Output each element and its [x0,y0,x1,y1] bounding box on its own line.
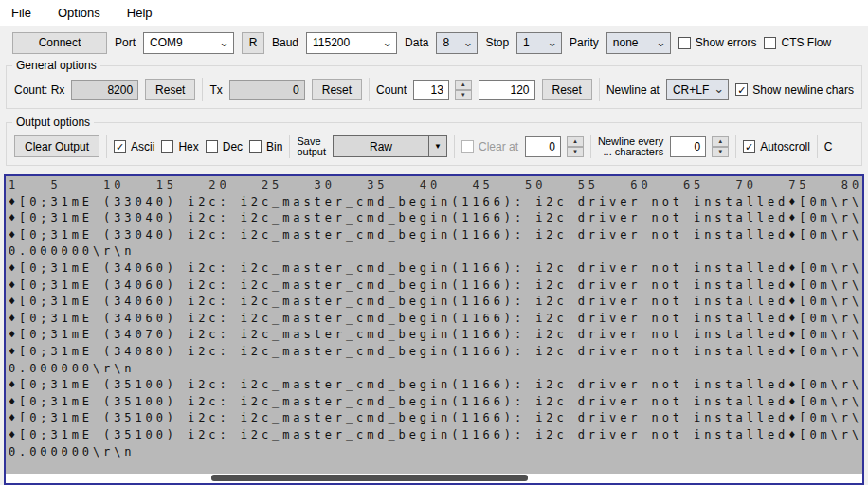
newline-at-label: Newline at [606,83,660,97]
separator [106,135,107,158]
port-value: COM9 [150,36,183,49]
terminal-line: ♦[0;31mE (33040) i2c: i2c_master_cmd_beg… [9,194,862,211]
baud-value: 115200 [313,36,350,49]
terminal-line: ♦[0;31mE (34060) i2c: i2c_master_cmd_beg… [9,311,862,328]
count-spinner [455,80,472,100]
tx-reset-button[interactable]: Reset [312,79,362,100]
terminal-line: 0.000000\r\n [9,361,862,378]
port-label: Port [115,36,136,49]
save-output-label: Save output [297,136,326,157]
connection-toolbar: Connect Port COM9 R Baud 115200 Data 8 S… [0,26,868,60]
general-options-title: General options [12,59,100,72]
dec-checkbox[interactable]: Dec [206,140,243,153]
tx-label: Tx [209,83,222,97]
chevron-down-icon [714,81,724,96]
output-options-group: Output options Clear Output Ascii Hex De… [6,122,862,166]
terminal-line: ♦[0;31mE (35100) i2c: i2c_master_cmd_beg… [9,410,862,427]
checkbox-box [206,140,218,153]
chevron-down-icon [219,35,229,49]
ascii-label: Ascii [131,140,154,153]
tx-count-field: 0 [229,80,305,100]
spin-down-icon[interactable] [567,147,584,157]
rx-count-field: 8200 [71,80,138,100]
chevron-down-icon [656,35,666,49]
bin-checkbox[interactable]: Bin [249,140,282,153]
hterm-window: File Options Help Connect Port COM9 R Ba… [0,0,868,485]
newline-at-select[interactable]: CR+LF [666,79,729,100]
clear-at-input[interactable]: 0 [525,136,561,157]
clear-at-spinner [567,136,584,157]
ascii-checkbox[interactable]: Ascii [114,140,154,153]
count-total-field[interactable]: 120 [479,80,535,100]
terminal-lines: 1 5 10 15 20 25 30 35 40 45 50 55 60 65 … [6,176,862,474]
newline-every-input[interactable]: 0 [670,136,706,157]
newline-every-label: Newline every ... characters [598,136,663,157]
parity-value: none [613,36,639,49]
menu-file[interactable]: File [9,4,33,22]
separator [599,78,600,101]
show-errors-label: Show errors [696,36,757,49]
separator [590,135,591,158]
scrollbar-thumb[interactable] [211,475,528,481]
spin-up-icon[interactable] [712,136,729,147]
rx-reset-button[interactable]: Reset [145,79,195,100]
spin-up-icon[interactable] [567,136,584,147]
clear-at-checkbox[interactable]: Clear at [461,140,518,153]
cutoff-control-label: C [824,140,833,153]
count-rx-label: Count: Rx [14,83,64,97]
newline-every-spinner [712,136,729,157]
terminal-line: ♦[0;31mE (35100) i2c: i2c_master_cmd_beg… [9,377,862,394]
menu-options[interactable]: Options [56,4,102,22]
checkbox-box [735,83,748,96]
refresh-ports-button[interactable]: R [242,32,264,54]
spin-down-icon[interactable] [712,147,729,157]
autoscroll-label: Autoscroll [760,140,810,153]
data-bits-value: 8 [443,36,449,49]
show-newline-chars-label: Show newline chars [752,83,854,97]
stop-bits-value: 1 [523,36,530,49]
checkbox-box [678,37,691,49]
autoscroll-checkbox[interactable]: Autoscroll [743,140,810,153]
general-options-row: Count: Rx 8200 Reset Tx 0 Reset Count 13… [14,78,854,101]
spin-down-icon[interactable] [455,90,472,100]
terminal-line: ♦[0;31mE (33040) i2c: i2c_master_cmd_beg… [9,210,862,227]
count-reset-button[interactable]: Reset [542,79,592,100]
stop-bits-select[interactable]: 1 [516,32,562,54]
clear-output-button[interactable]: Clear Output [14,135,99,157]
show-errors-checkbox[interactable]: Show errors [678,36,757,49]
data-bits-select[interactable]: 8 [436,32,478,54]
count-label: Count [376,83,407,97]
terminal-line: ♦[0;31mE (34070) i2c: i2c_master_cmd_beg… [9,327,862,344]
baud-select[interactable]: 115200 [306,32,397,54]
menu-help[interactable]: Help [125,4,154,22]
show-newline-chars-checkbox[interactable]: Show newline chars [735,83,854,97]
save-output-select[interactable]: Raw [333,135,447,157]
cts-flow-checkbox[interactable]: CTS Flow [764,36,831,49]
terminal-output-area[interactable]: 1 5 10 15 20 25 30 35 40 45 50 55 60 65 … [4,174,864,485]
checkbox-box [249,140,262,153]
newline-every-label-line2: ... characters [604,146,664,157]
newline-at-value: CR+LF [673,83,709,97]
terminal-line: 0.000000\r\n [9,444,862,461]
clear-at-label: Clear at [479,140,518,153]
output-options-title: Output options [12,116,94,129]
dec-label: Dec [223,140,243,153]
separator [369,78,370,101]
menu-bar: File Options Help [0,0,868,26]
checkbox-box [743,140,755,153]
connect-button[interactable]: Connect [12,32,107,54]
parity-select[interactable]: none [606,32,671,54]
separator [735,135,736,158]
dropdown-arrow-icon[interactable] [428,136,446,156]
hex-checkbox[interactable]: Hex [161,140,198,153]
port-select[interactable]: COM9 [143,32,234,54]
checkbox-box [114,140,126,153]
terminal-line: ♦[0;31mE (35100) i2c: i2c_master_cmd_beg… [9,394,862,411]
horizontal-scrollbar[interactable] [6,474,862,483]
terminal-line: ♦[0;31mE (33040) i2c: i2c_master_cmd_beg… [9,227,862,244]
parity-label: Parity [570,36,599,49]
hex-label: Hex [178,140,198,153]
spin-up-icon[interactable] [455,80,472,90]
count-input[interactable]: 13 [413,80,449,100]
terminal-line: ♦[0;31mE (34080) i2c: i2c_master_cmd_beg… [9,344,862,361]
